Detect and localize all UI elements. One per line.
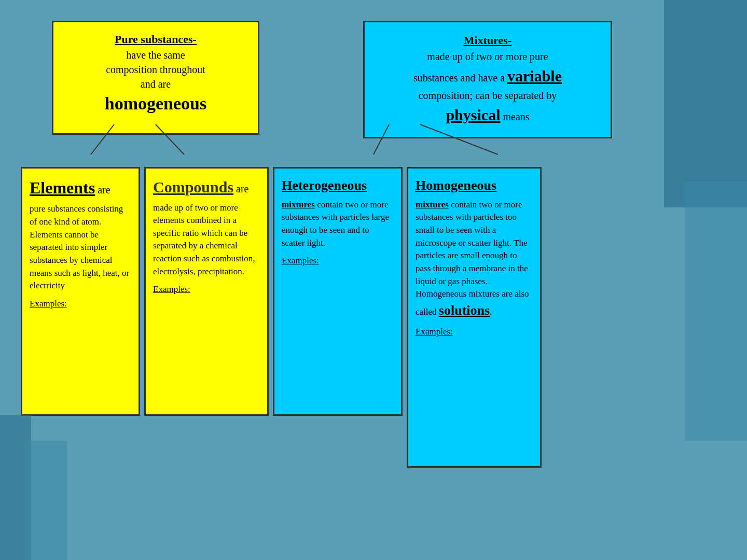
elements-examples: Examples: <box>30 298 131 311</box>
compounds-box: Compounds are made up of two or more ele… <box>144 167 269 416</box>
mixtures-line2: substances and have a variable <box>377 64 598 88</box>
compounds-body: made up of two or more elements combined… <box>153 202 260 278</box>
compounds-examples: Examples: <box>153 283 260 296</box>
heterogeneous-examples: Examples: <box>282 255 394 268</box>
compounds-title-line: Compounds are <box>153 176 260 199</box>
mixtures-box: Mixtures- made up of two or more pure su… <box>363 21 612 138</box>
homogeneous-mix-box: Homogeneous mixtures contain two or more… <box>407 167 542 468</box>
mixtures-physical: physical means <box>377 103 598 127</box>
mixtures-line1: made up of two or more pure <box>377 49 598 64</box>
pure-substances-title: Pure substances- <box>64 32 247 48</box>
heterogeneous-body: mixtures contain two or more substances … <box>282 199 394 250</box>
main-container: Pure substances- have the same compositi… <box>0 0 747 560</box>
pure-substances-line2: composition throughout <box>64 62 247 77</box>
mixtures-title: Mixtures- <box>377 32 598 49</box>
homogeneous-mix-title: Homogeneous <box>416 176 533 195</box>
pure-substances-box: Pure substances- have the same compositi… <box>52 21 259 135</box>
homogeneous-mix-body: mixtures contain two or more substances … <box>416 199 533 320</box>
pure-substances-line3: and are <box>64 77 247 91</box>
bottom-row: Elements are pure substances consisting … <box>21 167 726 468</box>
elements-title-line: Elements are <box>30 176 131 200</box>
pure-substances-homogeneous: homogeneous <box>64 91 247 116</box>
homogeneous-mix-examples: Examples: <box>416 326 533 339</box>
mixtures-line3: composition; can be separated by <box>377 88 598 103</box>
elements-body: pure substances consisting of one kind o… <box>30 203 131 292</box>
heterogeneous-box: Heterogeneous mixtures contain two or mo… <box>273 167 403 416</box>
elements-box: Elements are pure substances consisting … <box>21 167 140 416</box>
heterogeneous-title: Heterogeneous <box>282 176 394 195</box>
top-row: Pure substances- have the same compositi… <box>21 16 726 138</box>
pure-substances-line1: have the same <box>64 48 247 62</box>
